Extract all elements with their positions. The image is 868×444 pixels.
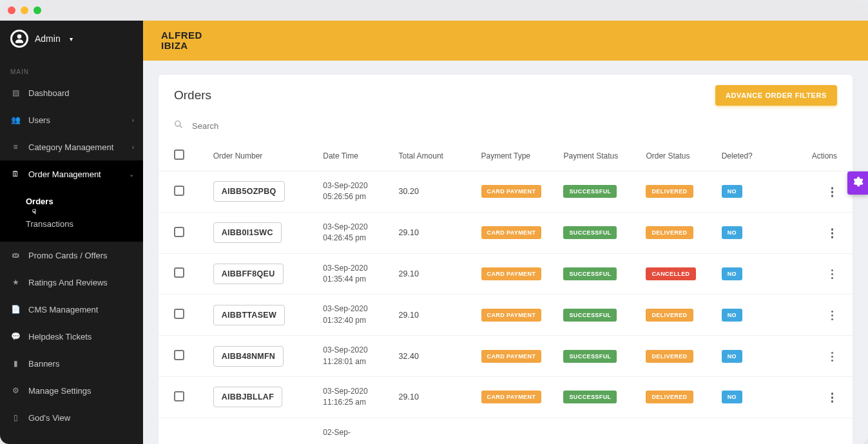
deleted-badge: NO <box>722 185 742 198</box>
deleted-badge: NO <box>722 391 742 403</box>
row-actions-menu[interactable] <box>827 389 838 407</box>
banner-icon: ▮ <box>10 359 21 368</box>
theme-settings-fab[interactable] <box>847 171 868 195</box>
cell-datetime: 03-Sep-2020 01:35:44 pm <box>323 263 374 285</box>
sidebar-item-manage-settings[interactable]: ⚙Manage Settings <box>0 377 143 404</box>
row-checkbox[interactable] <box>174 267 184 278</box>
gear-icon <box>852 176 863 190</box>
sidebar-item-order-management[interactable]: 🗓Order Management⌄ <box>0 160 143 188</box>
sidebar-item-ratings-and-reviews[interactable]: ★Ratings And Reviews <box>0 269 143 296</box>
cell-datetime: 03-Sep-2020 05:26:56 pm <box>323 180 374 203</box>
order-status-badge: DELIVERED <box>646 391 693 403</box>
order-status-badge: CANCELLED <box>646 267 695 280</box>
row-checkbox[interactable] <box>174 186 184 196</box>
th-total-amount[interactable]: Total Amount <box>392 140 475 171</box>
user-menu[interactable]: Admin ▾ <box>0 21 143 57</box>
row-actions-menu[interactable] <box>827 307 838 325</box>
mac-titlebar <box>0 0 868 21</box>
sidebar-section-label: MAIN <box>0 57 143 79</box>
sidebar-item-label: Promo Cards / Offers <box>28 251 108 260</box>
sidebar-item-banners[interactable]: ▮Banners <box>0 350 143 377</box>
maximize-window-dot[interactable] <box>34 6 41 14</box>
chat-icon: 💬 <box>10 332 21 341</box>
select-all-checkbox[interactable] <box>174 150 184 160</box>
cell-datetime: 03-Sep-2020 11:28:01 am <box>323 345 374 367</box>
search-icon <box>174 120 183 131</box>
row-actions-menu[interactable] <box>827 224 838 242</box>
sidebar-subitems: Orders☟Transactions <box>0 188 143 242</box>
table-row: AIBBTTASEW03-Sep-2020 01:32:40 pm29.10CA… <box>159 294 853 336</box>
row-actions-menu[interactable] <box>827 265 838 284</box>
cell-total-amount: 29.10 <box>392 253 475 294</box>
deleted-badge: NO <box>722 350 742 363</box>
row-checkbox[interactable] <box>174 309 184 319</box>
payment-status-badge: SUCCESSFUL <box>563 185 617 198</box>
sidebar-item-promo-cards-offers[interactable]: 🎟Promo Cards / Offers <box>0 242 143 269</box>
order-number-chip[interactable]: AIBB0I1SWC <box>213 222 282 243</box>
brand-line2: IBIZA <box>161 41 202 51</box>
row-actions-menu[interactable] <box>827 348 838 366</box>
row-actions-menu[interactable] <box>827 183 838 201</box>
cell-total-amount: 29.10 <box>392 294 475 336</box>
category-icon: ≡ <box>10 142 21 151</box>
order-status-badge: DELIVERED <box>646 350 693 363</box>
advance-order-filters-button[interactable]: ADVANCE ORDER FILTERS <box>715 85 837 106</box>
order-number-chip[interactable]: AIBBTTASEW <box>213 305 285 325</box>
payment-type-badge: CARD PAYMENT <box>481 309 542 322</box>
th-deleted[interactable]: Deleted? <box>715 140 798 171</box>
content-area: ALFRED IBIZA Orders ADVANCE ORDER FILTER… <box>143 21 868 444</box>
brand-line1: ALFRED <box>161 30 202 41</box>
cell-total-amount: 30.20 <box>392 171 475 213</box>
sidebar-subitem-transactions[interactable]: Transactions <box>0 213 143 235</box>
sidebar-item-users[interactable]: 👥Users› <box>0 106 143 133</box>
sidebar-item-helpdesk-tickets[interactable]: 💬Helpdesk Tickets <box>0 323 143 350</box>
avatar-icon <box>10 30 28 48</box>
sidebar-item-label: Category Management <box>28 142 113 152</box>
cell-total-amount: 29.10 <box>392 376 475 418</box>
cell-total-amount: 29.10 <box>392 212 475 253</box>
payment-type-badge: CARD PAYMENT <box>481 391 542 403</box>
order-number-chip[interactable]: AIBBFF8QEU <box>213 264 284 284</box>
cell-datetime: 03-Sep-2020 01:32:40 pm <box>323 304 374 326</box>
th-payment-type[interactable]: Payment Type <box>475 140 557 171</box>
deleted-badge: NO <box>722 309 742 322</box>
close-window-dot[interactable] <box>8 6 15 14</box>
sidebar-item-god-s-view[interactable]: ▯God's View <box>0 404 143 431</box>
row-checkbox[interactable] <box>174 227 184 237</box>
main-scroll[interactable]: Orders ADVANCE ORDER FILTERS <box>143 61 868 444</box>
th-order-number[interactable]: Order Number <box>207 140 317 171</box>
order-icon: 🗓 <box>10 169 21 179</box>
orders-card: Orders ADVANCE ORDER FILTERS <box>159 75 853 444</box>
deleted-badge: NO <box>722 267 742 280</box>
th-date-time[interactable]: Date Time <box>316 140 392 171</box>
minimize-window-dot[interactable] <box>21 6 28 14</box>
svg-line-1 <box>180 126 182 128</box>
order-number-chip[interactable]: AIBB5OZPBQ <box>213 181 285 202</box>
th-order-status[interactable]: Order Status <box>639 140 715 171</box>
row-checkbox[interactable] <box>174 350 184 360</box>
sidebar-item-label: Manage Settings <box>28 386 92 396</box>
th-payment-status[interactable]: Payment Status <box>557 140 639 171</box>
sidebar-item-dashboard[interactable]: ▤Dashboard <box>0 79 143 106</box>
app-window: Admin ▾ MAIN ▤Dashboard👥Users›≡Category … <box>0 0 868 444</box>
svg-point-0 <box>175 121 180 126</box>
sidebar-item-label: Dashboard <box>28 88 70 98</box>
sidebar-item-cms-management[interactable]: 📄CMS Management <box>0 296 143 323</box>
sidebar-item-label: Order Management <box>28 169 101 179</box>
sidebar-item-label: Users <box>28 115 50 125</box>
chevron-down-icon: ⌄ <box>129 171 134 178</box>
sidebar-nav: ▤Dashboard👥Users›≡Category Management›🗓O… <box>0 79 143 431</box>
user-name: Admin <box>35 34 61 44</box>
table-row: AIBBJBLLAF03-Sep-2020 11:16:25 am29.10CA… <box>159 376 853 418</box>
cell-total-amount: 32.40 <box>392 336 475 377</box>
order-number-chip[interactable]: AIBB48NMFN <box>213 346 284 367</box>
order-number-chip[interactable]: AIBBJBLLAF <box>213 387 282 407</box>
sidebar-subitem-orders[interactable]: Orders☟ <box>0 190 143 213</box>
table-row: AIBB48NMFN03-Sep-2020 11:28:01 am32.40CA… <box>159 336 853 377</box>
row-checkbox[interactable] <box>174 391 184 401</box>
sidebar-item-category-management[interactable]: ≡Category Management› <box>0 133 143 160</box>
chevron-right-icon: › <box>132 117 134 124</box>
payment-status-badge: SUCCESSFUL <box>563 267 617 280</box>
search-input[interactable] <box>192 121 837 131</box>
deleted-badge: NO <box>722 226 742 239</box>
